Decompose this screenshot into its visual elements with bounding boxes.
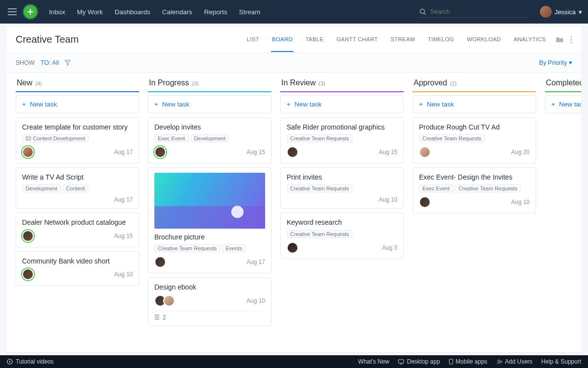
tab-list[interactable]: LIST: [245, 27, 260, 52]
user-menu[interactable]: Jessica ▾: [540, 6, 582, 18]
menu-icon[interactable]: [6, 6, 19, 17]
column-title: In Progress: [149, 79, 189, 87]
assignees: [22, 230, 31, 242]
due-date: Aug 15: [114, 233, 133, 239]
tab-timelog[interactable]: TIMELOG: [427, 27, 455, 52]
task-card[interactable]: Safe Rider promotional graphicsCreative …: [280, 117, 404, 163]
tag[interactable]: Content: [63, 184, 89, 192]
tag[interactable]: Creative Team Requests: [287, 184, 352, 192]
search-field[interactable]: [418, 6, 526, 18]
tab-table[interactable]: TABLE: [304, 27, 324, 52]
avatar[interactable]: [154, 146, 166, 158]
card-title: Design ebook: [154, 283, 265, 291]
sort-dropdown[interactable]: By Priority ▾: [539, 59, 572, 66]
avatar[interactable]: [154, 256, 166, 268]
column-approved: Approved(2)+New taskProduce Rough Cut TV…: [413, 76, 536, 343]
avatar: [540, 6, 552, 18]
task-card[interactable]: Print invitesCreative Team RequestsAug 1…: [280, 167, 404, 209]
task-card[interactable]: Write a TV Ad ScriptDevelopmentContentAu…: [16, 167, 139, 209]
new-task-button[interactable]: +New task: [148, 95, 271, 113]
tag[interactable]: Exec Event: [154, 134, 189, 142]
avatar[interactable]: [22, 268, 34, 280]
footer-link-desktop-app[interactable]: Desktop app: [398, 358, 440, 365]
show-label: SHOW: [16, 59, 35, 66]
tab-gantt-chart[interactable]: GANTT CHART: [335, 27, 379, 52]
nav-inbox[interactable]: Inbox: [49, 8, 65, 16]
task-card[interactable]: Produce Rough Cut TV AdCreative Team Req…: [413, 117, 536, 163]
card-title: Community Bank video short: [22, 257, 133, 265]
tag[interactable]: Exec Event: [419, 184, 453, 192]
new-button[interactable]: [24, 5, 37, 19]
tag[interactable]: Events: [222, 244, 245, 252]
task-card[interactable]: Design ebookAug 10☰ 2: [148, 277, 271, 326]
task-card[interactable]: Dealer Network product catalogueAug 15: [16, 212, 139, 247]
avatar[interactable]: [419, 196, 431, 208]
tag[interactable]: Development: [191, 134, 229, 142]
card-title: Write a TV Ad Script: [22, 173, 133, 182]
search-input[interactable]: [430, 8, 525, 15]
card-title: Produce Rough Cut TV Ad: [419, 123, 530, 131]
footer-link-mobile-apps[interactable]: Mobile apps: [449, 358, 488, 365]
avatar[interactable]: [419, 146, 431, 158]
tag[interactable]: Creative Team Requests: [154, 244, 220, 252]
page-title: Creative Team: [16, 34, 79, 45]
nav-dashboards[interactable]: Dashboards: [115, 8, 150, 16]
tag[interactable]: Creative Team Requests: [287, 230, 352, 238]
filter-icon[interactable]: [65, 60, 71, 66]
task-card[interactable]: Exec Event- Design the InvitesExec Event…: [413, 167, 536, 213]
avatar[interactable]: [287, 242, 298, 254]
tag[interactable]: 02 Content Development: [22, 134, 89, 142]
avatar[interactable]: [22, 146, 34, 158]
new-task-button[interactable]: +New task: [280, 95, 404, 113]
column-accent: [148, 91, 271, 92]
footer-bar: Tutorial videos What's NewDesktop appMob…: [0, 355, 588, 368]
tag[interactable]: Creative Team Requests: [455, 184, 521, 192]
nav-my-work[interactable]: My Work: [77, 8, 103, 16]
card-tags: Exec EventDevelopment: [154, 134, 265, 142]
task-card[interactable]: Community Bank video shortAug 10: [16, 251, 139, 286]
top-bar: InboxMy WorkDashboardsCalendarsReportsSt…: [0, 0, 588, 24]
plus-icon: +: [154, 101, 158, 108]
tutorial-link[interactable]: Tutorial videos: [7, 358, 54, 365]
nav-reports[interactable]: Reports: [204, 8, 227, 16]
nav-stream[interactable]: Stream: [239, 8, 261, 16]
column-title: Approved: [414, 79, 447, 87]
footer-link-what-s-new[interactable]: What's New: [358, 358, 390, 365]
avatar[interactable]: [163, 295, 175, 307]
tag[interactable]: Development: [22, 184, 61, 192]
tag[interactable]: Creative Team Requests: [419, 134, 485, 142]
task-card[interactable]: Develop invitesExec EventDevelopmentAug …: [148, 117, 271, 163]
new-task-button[interactable]: +New task: [545, 95, 581, 113]
tab-analytics[interactable]: ANALYTICS: [513, 27, 547, 52]
task-card[interactable]: Keyword researchCreative Team RequestsAu…: [280, 212, 404, 259]
card-tags: 02 Content Development: [22, 134, 133, 142]
task-card[interactable]: Brochure pictureCreative Team RequestsEv…: [148, 167, 271, 273]
tab-stream[interactable]: STREAM: [390, 27, 416, 52]
assignees: [154, 295, 172, 307]
subtasks-indicator[interactable]: ☰ 2: [154, 311, 265, 321]
tag[interactable]: Creative Team Requests: [287, 134, 352, 142]
footer-link-add-users[interactable]: Add Users: [496, 358, 533, 365]
more-icon[interactable]: [570, 36, 572, 44]
tab-board[interactable]: BOARD: [271, 27, 294, 52]
card-title: Keyword research: [287, 218, 397, 227]
assignees: [154, 256, 163, 268]
board: New(4)+New taskCreate template for custo…: [7, 73, 581, 352]
task-card[interactable]: Create template for customer story02 Con…: [16, 117, 139, 163]
column-new: New(4)+New taskCreate template for custo…: [16, 76, 139, 343]
avatar[interactable]: [287, 146, 298, 158]
folder-icon[interactable]: [556, 36, 564, 44]
column-accent: [280, 91, 404, 92]
nav-calendars[interactable]: Calendars: [162, 8, 193, 16]
tab-workload[interactable]: WORKLOAD: [466, 27, 502, 52]
new-task-button[interactable]: +New task: [16, 95, 139, 113]
avatar[interactable]: [22, 230, 34, 242]
panel-header: Creative Team LISTBOARDTABLEGANTT CHARTS…: [7, 26, 581, 53]
play-icon: [7, 359, 13, 365]
svg-rect-6: [449, 359, 453, 364]
filter-to[interactable]: TO: All: [41, 59, 59, 66]
footer-link-help-support[interactable]: Help & Support: [541, 358, 581, 365]
due-date: Aug 10: [246, 297, 265, 304]
card-title: Safe Rider promotional graphics: [287, 123, 397, 131]
new-task-button[interactable]: +New task: [413, 95, 536, 113]
